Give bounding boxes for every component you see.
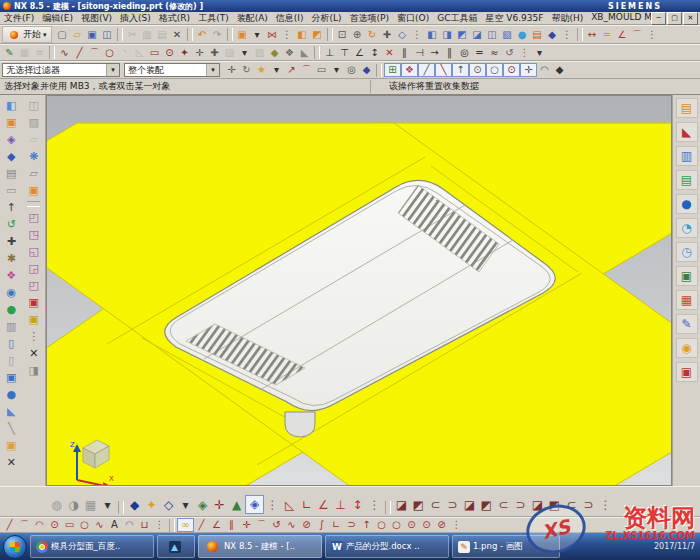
point-set-icon[interactable]: ◈	[194, 497, 211, 514]
constraint-navigator-icon[interactable]: ◣	[676, 122, 698, 142]
circle-d-icon[interactable]: ⊙	[419, 518, 434, 532]
shaded-view-icon[interactable]: ●	[515, 28, 530, 42]
mw-region-ok-icon[interactable]: ●	[4, 301, 19, 318]
dimension-vertical-icon[interactable]: ↕	[367, 46, 382, 60]
pt-pocket-icon[interactable]: ▣	[26, 294, 41, 311]
taskbar-item-word[interactable]: W 产品的分型.docx ..	[325, 535, 449, 558]
lasso-icon[interactable]: ◎	[344, 63, 359, 77]
profile-arc-icon[interactable]: ⌒	[17, 518, 32, 532]
pt-electrode-icon[interactable]: ◰	[26, 277, 41, 294]
snap-center-icon[interactable]: ⊙	[469, 63, 486, 77]
corner-icon[interactable]: ∟	[329, 518, 344, 532]
vector-constructor-icon[interactable]: ✛	[211, 497, 228, 514]
mw-initialize-project-icon[interactable]: ▣	[4, 114, 19, 131]
start-menu-button[interactable]: 开始 ▾	[2, 26, 52, 43]
pt-gate-icon[interactable]: ◳	[26, 226, 41, 243]
pt-sheet-icon[interactable]: ▱	[26, 131, 41, 148]
open-file-icon[interactable]: ▱	[70, 28, 85, 42]
sketch-grid-icon[interactable]: ▦	[17, 46, 32, 60]
history-icon[interactable]: ◷	[676, 242, 698, 262]
spline2-icon[interactable]: ∿	[92, 518, 107, 532]
circle-c-icon[interactable]: ⊙	[404, 518, 419, 532]
mw-check-region-icon[interactable]: ◉	[4, 284, 19, 301]
angle-line-icon[interactable]: ∠	[209, 518, 224, 532]
paste-icon[interactable]: ▤	[155, 28, 170, 42]
mw-shrinkage-icon[interactable]: ↑	[4, 199, 19, 216]
datum-dots-icon[interactable]: ⋮	[264, 497, 281, 514]
constraint-tangent-icon[interactable]: ⊤	[337, 46, 352, 60]
menu-item[interactable]: 工具(T)	[194, 12, 233, 25]
pt-runner-icon[interactable]: ◱	[26, 243, 41, 260]
arc-snap-icon[interactable]: ⌒	[299, 63, 314, 77]
mw-parting-surface-icon[interactable]: ▣	[4, 369, 19, 386]
notes-icon[interactable]: ✎	[676, 314, 698, 334]
mate-parallel-icon[interactable]: ∠	[315, 497, 332, 514]
taskbar-item-app[interactable]: ▲	[157, 535, 195, 558]
rectangle-select-icon[interactable]: ▭	[314, 63, 329, 77]
wireframe-cube-icon[interactable]: ▦	[82, 497, 99, 514]
u-profile-icon[interactable]: ⊔	[137, 518, 152, 532]
studio-point-icon[interactable]: ✦	[177, 46, 192, 60]
view-more-icon[interactable]: ⋮	[560, 28, 575, 42]
hd3d-tools-icon[interactable]: ●	[676, 194, 698, 214]
mw-rotate-model-icon[interactable]: ↺	[4, 216, 19, 233]
swept-icon[interactable]: ▧	[252, 46, 267, 60]
mw-multi-cavity-icon[interactable]: ◈	[4, 131, 19, 148]
link-window-icon[interactable]: ⋈	[265, 28, 280, 42]
pt-slide-surface-icon[interactable]: ▱	[26, 165, 41, 182]
flange-6-icon[interactable]: ◩	[478, 497, 495, 514]
mw-sketch-icon[interactable]: ◧	[4, 97, 19, 114]
mw-trim-sheet-icon[interactable]: ╲	[4, 420, 19, 437]
line-icon[interactable]: ╱	[72, 46, 87, 60]
menu-item[interactable]: 装配(A)	[233, 12, 272, 25]
redo-icon[interactable]: ↷	[210, 28, 225, 42]
view-top-icon[interactable]: ◨	[440, 28, 455, 42]
vector-icon[interactable]: ↗	[284, 63, 299, 77]
circle-b-icon[interactable]: ○	[389, 518, 404, 532]
web-browser-icon[interactable]: ◔	[676, 218, 698, 238]
datum-more-icon[interactable]: ▾	[177, 497, 194, 514]
arc2-icon[interactable]: ⌒	[254, 518, 269, 532]
reuse-library-icon[interactable]: ▤	[676, 170, 698, 190]
snap-quadrant-icon[interactable]: ⊙	[503, 63, 520, 77]
csys-boxed-icon[interactable]: ◈	[245, 495, 264, 514]
snap-circle-icon[interactable]: ○	[486, 63, 503, 77]
flange-2-icon[interactable]: ◩	[410, 497, 427, 514]
system-materials-icon[interactable]: ▦	[676, 290, 698, 310]
datum-axis-icon[interactable]: ✦	[143, 497, 160, 514]
dropdown-arrow-icon[interactable]: ▾	[106, 64, 119, 76]
pt-delete-icon[interactable]: ✕	[26, 345, 41, 362]
mw-define-region-icon[interactable]: ▥	[4, 318, 19, 335]
save-icon[interactable]: ▣	[85, 28, 100, 42]
up-arrow-icon[interactable]: ↑	[359, 518, 374, 532]
menu-item[interactable]: 星空 V6.935F	[481, 12, 547, 25]
mate-more-icon[interactable]: ⋮	[366, 497, 383, 514]
mw-tooling-icon[interactable]: ✱	[4, 250, 19, 267]
mate-perpendicular-icon[interactable]: ⊥	[332, 497, 349, 514]
taskbar-item-browser[interactable]: 模具分型面_百度..	[30, 535, 154, 558]
fillet-icon[interactable]: ◝	[117, 46, 132, 60]
flange-12-icon[interactable]: ⊃	[580, 497, 597, 514]
three-point-arc-icon[interactable]: ◠	[32, 518, 47, 532]
pan-icon[interactable]: ✚	[380, 28, 395, 42]
integral-icon[interactable]: ∫	[314, 518, 329, 532]
profile-line-icon[interactable]: ╱	[2, 518, 17, 532]
view-trimetric-icon[interactable]: ◫	[485, 28, 500, 42]
constraint-cycle-icon[interactable]: ↺	[502, 46, 517, 60]
cross-icon[interactable]: ✛	[239, 518, 254, 532]
curve-more-icon[interactable]: ⋮	[449, 518, 464, 532]
mate-distance-icon[interactable]: ↕	[349, 497, 366, 514]
view-right-icon[interactable]: ◩	[455, 28, 470, 42]
flange-5-icon[interactable]: ◪	[461, 497, 478, 514]
point-circle-icon[interactable]: ⊙	[162, 46, 177, 60]
circle-icon[interactable]: ○	[102, 46, 117, 60]
flange-8-icon[interactable]: ⊃	[512, 497, 529, 514]
subset-icon[interactable]: ⊃	[344, 518, 359, 532]
snap-face-icon[interactable]: ◆	[552, 63, 567, 77]
part-navigator-icon[interactable]: ▥	[676, 146, 698, 166]
select-more-icon[interactable]: ▾	[329, 63, 344, 77]
section-view-icon[interactable]: ◑	[65, 497, 82, 514]
selection-filter-dropdown[interactable]: 无选择过滤器 ▾	[2, 63, 120, 77]
window-more-icon[interactable]: ▾	[250, 28, 265, 42]
more-commands-icon[interactable]: ⋮	[280, 28, 295, 42]
